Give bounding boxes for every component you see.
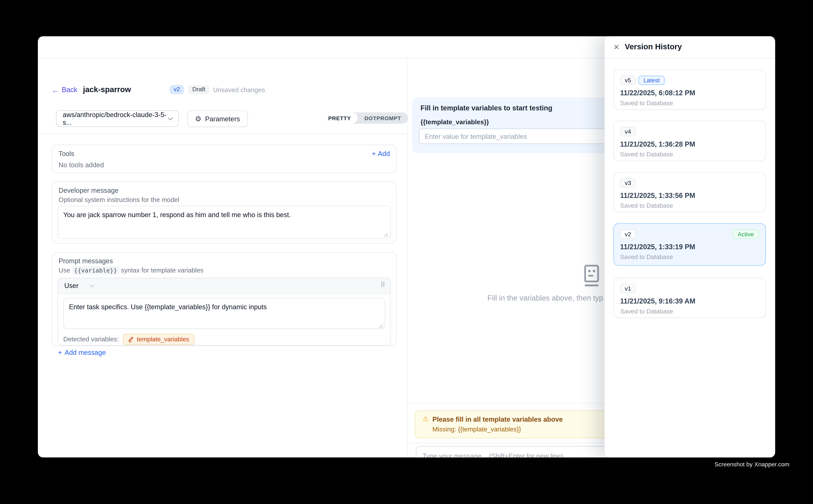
developer-message-subtitle: Optional system instructions for the mod… bbox=[59, 196, 179, 204]
detected-variables-row: Detected variables: template_variables bbox=[63, 334, 194, 345]
variable-syntax-chip: {{variable}} bbox=[72, 266, 119, 275]
subtitle-prefix: Use bbox=[59, 267, 70, 274]
prompt-message-textarea[interactable]: Enter task specifics. Use {{template_var… bbox=[63, 298, 385, 329]
version-badge: v2 bbox=[169, 85, 184, 94]
screenshot-stage: ← Back jack-sparrow v2 Draft Unsaved cha… bbox=[0, 0, 813, 504]
developer-message-card: Developer message Optional system instru… bbox=[52, 181, 397, 244]
page-title: jack-sparrow bbox=[83, 85, 131, 94]
version-row-v4[interactable]: v4 11/21/2025, 1:36:28 PM Saved to Datab… bbox=[614, 121, 766, 161]
version-number-badge: v3 bbox=[620, 178, 636, 188]
detected-variables-label: Detected variables: bbox=[63, 336, 119, 343]
plus-icon: + bbox=[58, 349, 62, 356]
version-history-title: Version History bbox=[625, 42, 682, 51]
plus-icon: + bbox=[372, 150, 376, 157]
role-select[interactable]: User bbox=[64, 282, 95, 290]
prompt-messages-subtitle: Use {{variable}} syntax for template var… bbox=[59, 267, 204, 274]
template-variable-label: {{template_variables}} bbox=[421, 119, 489, 126]
version-status: Saved to Database bbox=[620, 151, 673, 158]
prompt-messages-title: Prompt messages bbox=[59, 257, 113, 265]
chevron-down-icon bbox=[90, 284, 95, 287]
toggle-dotprompt[interactable]: DOTPROMPT bbox=[358, 112, 408, 124]
add-tool-button[interactable]: + Add bbox=[372, 150, 390, 157]
model-select-value: aws/anthropic/bedrock-claude-3-5-s... bbox=[63, 111, 167, 126]
version-date: 11/21/2025, 1:33:19 PM bbox=[620, 243, 695, 251]
unsaved-changes-text: Unsaved changes bbox=[213, 87, 265, 94]
version-number-badge: v2 bbox=[620, 229, 636, 239]
toggle-pretty[interactable]: PRETTY bbox=[322, 112, 358, 124]
modelbar-divider bbox=[38, 134, 407, 134]
developer-message-textarea[interactable]: You are jack sparrow number 1, respond a… bbox=[57, 206, 391, 239]
version-date: 11/21/2025, 9:16:39 AM bbox=[620, 297, 695, 305]
version-row-v2[interactable]: v2 Active 11/21/2025, 1:33:19 PM Saved t… bbox=[614, 223, 766, 266]
version-row-v1[interactable]: v1 11/21/2025, 9:16:39 AM Saved to Datab… bbox=[614, 278, 766, 318]
back-button[interactable]: ← Back bbox=[52, 86, 77, 94]
active-badge: Active bbox=[733, 229, 759, 239]
warning-missing-text: Missing: {{template_variables}} bbox=[432, 426, 521, 433]
version-status: Saved to Database bbox=[620, 253, 673, 260]
chat-empty-hint: Fill in the variables above, then typ bbox=[487, 294, 603, 302]
back-label: Back bbox=[62, 86, 77, 94]
tools-title: Tools bbox=[59, 150, 74, 157]
add-tool-label: Add bbox=[378, 150, 390, 157]
panel-header-divider bbox=[604, 58, 775, 59]
latest-badge: Latest bbox=[638, 76, 665, 85]
role-select-value: User bbox=[64, 282, 78, 290]
parameters-label: Parameters bbox=[205, 115, 240, 123]
bot-icon bbox=[582, 265, 601, 287]
version-history-panel: ✕ Version History v5 Latest 11/22/2025, … bbox=[604, 36, 775, 457]
add-message-label: Add message bbox=[65, 349, 106, 356]
pencil-icon bbox=[128, 336, 134, 342]
warning-title: Please fill in all template variables ab… bbox=[432, 416, 563, 423]
prompt-messages-card: Prompt messages Use {{variable}} syntax … bbox=[52, 252, 397, 346]
add-message-button[interactable]: + Add message bbox=[58, 349, 106, 356]
developer-message-title: Developer message bbox=[59, 186, 118, 194]
chevron-down-icon bbox=[167, 117, 173, 121]
detected-variable-chip[interactable]: template_variables bbox=[123, 334, 194, 345]
tools-card: Tools + Add No tools added bbox=[52, 145, 397, 173]
gear-icon: ⚙ bbox=[195, 115, 201, 122]
prompt-message-block: User ⠿ Enter task specifics. Use {{templ… bbox=[57, 278, 391, 346]
version-status: Saved to Database bbox=[620, 202, 673, 209]
format-toggle: PRETTY DOTPROMPT bbox=[322, 112, 408, 124]
subtitle-suffix: syntax for template variables bbox=[121, 267, 204, 274]
version-number-badge: v4 bbox=[620, 127, 636, 136]
detected-variable-name: template_variables bbox=[137, 336, 189, 343]
watermark-text: Screenshot by Xnapper.com bbox=[715, 461, 789, 467]
close-icon[interactable]: ✕ bbox=[614, 42, 620, 52]
parameters-button[interactable]: ⚙ Parameters bbox=[187, 110, 248, 127]
version-row-v3[interactable]: v3 11/21/2025, 1:33:56 PM Saved to Datab… bbox=[614, 172, 766, 212]
drag-handle-icon[interactable]: ⠿ bbox=[380, 281, 385, 289]
warning-icon: ⚠ bbox=[423, 416, 429, 422]
draft-badge: Draft bbox=[188, 85, 210, 94]
version-date: 11/22/2025, 6:08:12 PM bbox=[620, 89, 695, 97]
model-select[interactable]: aws/anthropic/bedrock-claude-3-5-s... bbox=[56, 110, 179, 127]
back-arrow-icon: ← bbox=[52, 86, 59, 93]
version-status: Saved to Database bbox=[620, 100, 673, 107]
version-row-v5[interactable]: v5 Latest 11/22/2025, 6:08:12 PM Saved t… bbox=[614, 69, 766, 110]
version-number-badge: v1 bbox=[620, 284, 636, 293]
version-status: Saved to Database bbox=[620, 308, 673, 315]
version-number-badge: v5 bbox=[620, 76, 636, 85]
message-header: User ⠿ bbox=[58, 278, 390, 294]
tools-empty-text: No tools added bbox=[59, 161, 104, 169]
version-date: 11/21/2025, 1:36:28 PM bbox=[620, 140, 695, 148]
version-date: 11/21/2025, 1:33:56 PM bbox=[620, 192, 695, 199]
